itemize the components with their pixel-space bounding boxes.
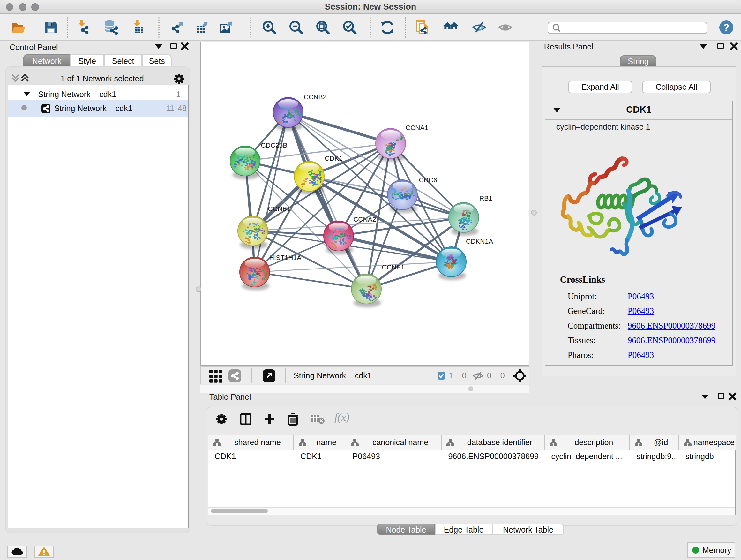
svg-text:?: ? [723,22,730,33]
svg-text:CDC6: CDC6 [419,176,437,184]
svg-text:CCNE1: CCNE1 [382,263,405,271]
svg-text:CDC25B: CDC25B [261,141,287,149]
svg-text:CCNB2: CCNB2 [304,93,327,101]
svg-text:RB1: RB1 [479,194,492,202]
svg-text:CCNA2: CCNA2 [353,215,376,223]
svg-text:CCNA1: CCNA1 [406,124,428,131]
svg-text:HIST1H1A: HIST1H1A [269,254,301,261]
svg-text:CCNB1: CCNB1 [268,205,291,212]
svg-text:CDKN1A: CDKN1A [466,238,493,245]
svg-text:CDK1: CDK1 [325,154,343,162]
